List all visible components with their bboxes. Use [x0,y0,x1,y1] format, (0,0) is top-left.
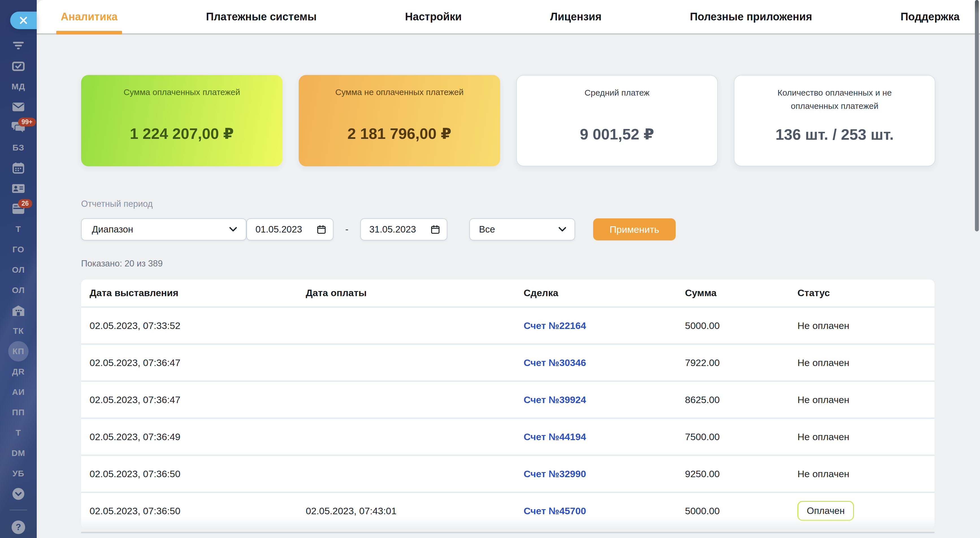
nav-tab-0[interactable]: Аналитика [61,0,118,34]
sidebar-item-building-icon[interactable] [0,300,37,321]
calendar-icon[interactable] [431,225,440,234]
date-to-value: 31.05.2023 [369,224,416,235]
date-from-value: 01.05.2023 [255,224,302,235]
sidebar-item-mail-icon[interactable] [0,97,37,117]
date-to-input[interactable]: 31.05.2023 [360,219,447,240]
calendar-icon[interactable] [317,225,326,234]
sidebar-item-text-14[interactable]: ТК [0,321,37,341]
sidebar-item-label: DM [11,449,25,458]
close-icon [19,16,28,25]
id-card-icon [12,184,25,193]
cell-status: Не оплачен [797,357,926,368]
help-button[interactable]: ? [11,520,25,534]
sidebar-item-text-18[interactable]: ПП [0,402,37,423]
notification-badge: 26 [18,199,32,208]
deal-link[interactable]: Счет №30346 [523,357,586,368]
cell-status: Не оплачен [797,468,926,479]
sidebar-item-text-15[interactable]: КП [0,341,37,361]
sidebar-item-text-11[interactable]: ОЛ [0,260,37,280]
paid-status-badge: Оплачен [797,501,854,521]
sidebar-item-text-2[interactable]: МД [0,77,37,97]
nav-tab-1[interactable]: Платежные системы [206,0,317,34]
sidebar-item-text-12[interactable]: ОЛ [0,280,37,300]
date-range-separator: - [345,224,348,235]
sidebar-item-text-9[interactable]: Т [0,219,37,239]
cell-paid-date: 02.05.2023, 07:43:01 [306,506,523,517]
main-content: Сумма оплаченных платежей 1 224 207,00 ₽… [37,36,980,538]
sidebar-item-text-17[interactable]: АИ [0,382,37,402]
sidebar-item-text-5[interactable]: БЗ [0,137,37,158]
sidebar-divider [10,510,27,510]
cell-issued-date: 02.05.2023, 07:36:47 [89,394,306,405]
cell-deal: Счет №22164 [523,320,685,331]
type-filter-select[interactable]: Все [469,219,575,240]
cell-issued-date: 02.05.2023, 07:33:52 [89,320,306,331]
sidebar-item-label: АИ [12,387,25,397]
cell-deal: Счет №45700 [523,506,685,517]
deal-link[interactable]: Счет №22164 [523,320,586,331]
sidebar-item-label: МД [11,82,25,91]
card-value: 136 шт. / 253 шт. [775,126,894,143]
chevron-down-circle-icon [12,487,25,500]
nav-tab-5[interactable]: Поддержка [900,0,960,34]
chevron-down-icon [229,227,237,232]
sidebar-item-monitor-check-icon[interactable] [0,56,37,77]
card-value: 1 224 207,00 ₽ [130,125,234,142]
sidebar-item-text-16[interactable]: ДR [0,361,37,382]
card-title: Средний платеж [585,86,650,112]
cell-amount: 8625.00 [685,394,797,405]
sidebar-item-label: ТК [13,326,24,336]
sidebar-item-filter-icon[interactable] [0,36,37,56]
sidebar-item-label: БЗ [13,143,24,152]
sidebar-item-text-10[interactable]: ГО [0,239,37,260]
cell-status: Не оплачен [797,431,926,442]
sidebar-item-label: УБ [13,469,24,478]
nav-tab-3[interactable]: Лицензия [550,0,601,34]
table-row: 02.05.2023, 07:36:47 Счет №39924 8625.00… [81,380,934,418]
app-window: МД99+БЗ26ТГООЛОЛТККПДRАИППТDMУБ? Аналити… [0,0,980,538]
card-value: 9 001,52 ₽ [580,125,654,143]
date-from-input[interactable]: 01.05.2023 [247,219,333,240]
nav-tab-4[interactable]: Полезные приложения [690,0,812,34]
table-header-row: Дата выставленияДата оплатыСделкаСуммаСт… [81,279,934,307]
sidebar-item-calendar-icon[interactable] [0,158,37,178]
card-title: Сумма не оплаченных платежей [335,86,463,112]
sidebar-item-text-19[interactable]: Т [0,423,37,443]
payments-table: Дата выставленияДата оплатыСделкаСуммаСт… [81,279,934,528]
nav-tab-2[interactable]: Настройки [405,0,461,34]
cell-deal: Счет №32990 [523,468,685,479]
filter-icon [12,40,25,51]
table-row: 02.05.2023, 07:36:47 Счет №30346 7922.00… [81,343,934,380]
vertical-scrollbar-thumb[interactable] [975,0,979,231]
shown-count-text: Показано: 20 из 389 [81,259,980,269]
sidebar-item-text-20[interactable]: DM [0,443,37,463]
cell-issued-date: 02.05.2023, 07:36:50 [89,506,306,517]
stat-cards-row: Сумма оплаченных платежей 1 224 207,00 ₽… [81,75,980,166]
sidebar-item-chevron-down-circle-icon[interactable] [0,484,37,504]
sidebar-close-button[interactable] [10,11,37,29]
sidebar-item-label: ПП [12,408,25,417]
calendar-icon [12,162,25,174]
horizontal-scrollbar-track[interactable] [81,532,934,533]
table-row: 02.05.2023, 07:33:52 Счет №22164 5000.00… [81,307,934,343]
table-body: 02.05.2023, 07:33:52 Счет №22164 5000.00… [81,307,934,528]
report-period-label: Отчетный период [81,199,980,209]
sidebar-item-id-card-icon[interactable] [0,178,37,199]
deal-link[interactable]: Счет №39924 [523,394,586,405]
card-title: Количество оплаченных и не оплаченных пл… [768,86,901,113]
sidebar-item-text-21[interactable]: УБ [0,463,37,484]
column-header-4: Статус [797,287,926,299]
deal-link[interactable]: Счет №32990 [523,468,586,479]
deal-link[interactable]: Счет №44194 [523,431,586,442]
cell-status: Оплачен [797,501,926,521]
column-header-2: Сделка [523,287,685,299]
column-header-3: Сумма [685,287,797,299]
sidebar-item-label: ОЛ [12,286,25,295]
sidebar-item-chat-icon[interactable]: 99+ [0,117,37,137]
range-type-select[interactable]: Диапазон [81,219,247,240]
filter-row: Диапазон 01.05.2023 - 31.05.2023 Все [81,219,980,240]
apply-button[interactable]: Применить [593,219,676,240]
deal-link[interactable]: Счет №45700 [523,506,586,516]
sidebar-item-browser-icon[interactable]: 26 [0,199,37,219]
sidebar-item-label: ГО [13,245,24,254]
